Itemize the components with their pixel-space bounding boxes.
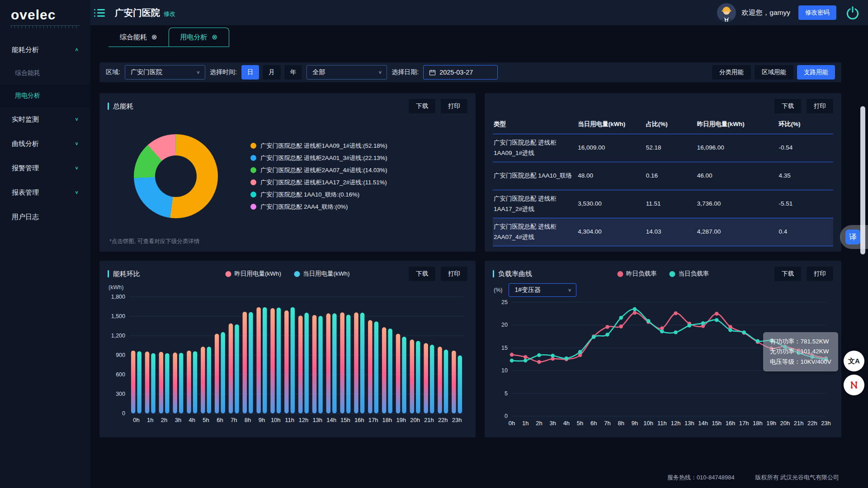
- chevron-down-icon: ∨: [378, 70, 382, 75]
- tabbar: 综合能耗⊗用电分析⊗: [90, 25, 868, 47]
- bar-chart: 03006009001,2001,5001,8000h1h2h3h4h5h6h7…: [108, 291, 467, 425]
- tab-inactive[interactable]: 综合能耗⊗: [108, 28, 169, 47]
- pie-chart[interactable]: [134, 134, 218, 218]
- svg-text:22h: 22h: [438, 417, 448, 423]
- table-cell: -0.54: [779, 143, 833, 153]
- sidebar-item-label: 能耗分析: [12, 46, 39, 54]
- pie-legend-item[interactable]: 广安门医院总配 进线柜2AA01_3#进线:(22.13%): [250, 154, 387, 162]
- sidebar-subitem[interactable]: 用电分析: [0, 84, 90, 107]
- sidebar-item[interactable]: 能耗分析∧: [0, 38, 90, 62]
- change-password-button[interactable]: 修改密码: [798, 5, 836, 20]
- sidebar-item[interactable]: 曲线分析∨: [0, 131, 90, 156]
- n-share-button[interactable]: [844, 375, 864, 395]
- translate-circle-button[interactable]: 文A: [844, 351, 864, 371]
- power-icon[interactable]: [845, 5, 860, 20]
- y-axis-unit: (%): [494, 287, 502, 293]
- legend-label: 广安门医院总配 1AA10_联络:(0.16%): [260, 191, 359, 199]
- time-button-日[interactable]: 日: [241, 65, 259, 80]
- scope-select[interactable]: 全部 ∨: [307, 65, 387, 80]
- mode-button[interactable]: 区域用能: [755, 65, 793, 80]
- site-name: 广安门医院: [115, 7, 160, 19]
- pie-legend-item[interactable]: 广安门医院总配 2AA4_联络:(0%): [250, 203, 387, 211]
- legend-item[interactable]: 昨日负载率: [617, 270, 657, 278]
- sidebar-item[interactable]: 报警管理∨: [0, 156, 90, 180]
- download-button[interactable]: 下载: [774, 99, 801, 113]
- table-row[interactable]: 广安门医院总配 1AA10_联络48.000.1646.004.35: [493, 162, 833, 190]
- time-label: 选择时间:: [210, 68, 237, 76]
- panel-actions: 下载 打印: [409, 99, 467, 113]
- legend-item[interactable]: 当日用电量(kWh): [294, 270, 350, 278]
- mode-button[interactable]: 支路用能: [797, 65, 835, 80]
- svg-text:600: 600: [116, 371, 125, 378]
- table-cell: 14.03: [646, 227, 697, 237]
- line-chart-wrap: 05101520250h1h2h3h4h5h6h7h8h9h10h11h12h1…: [493, 298, 833, 432]
- download-button[interactable]: 下载: [409, 99, 435, 113]
- download-button[interactable]: 下载: [409, 267, 435, 281]
- chevron-down-icon: ∨: [568, 287, 572, 292]
- sidebar-item[interactable]: 实时监测∨: [0, 107, 90, 131]
- table-row[interactable]: 广安门医院总配 进线柜1AA09_1#进线16,009.0052.1816,09…: [493, 134, 833, 162]
- print-button[interactable]: 打印: [441, 267, 467, 281]
- table-header-row: 类型当日用电量(kWh)占比(%)昨日用电量(kWh)环比(%): [493, 115, 833, 134]
- area-select[interactable]: 广安门医院 ∨: [125, 65, 205, 80]
- line-chart-legend: 昨日负载率当日负载率: [617, 270, 709, 278]
- svg-text:12h: 12h: [671, 420, 681, 427]
- sidebar-item[interactable]: 报表管理∨: [0, 180, 90, 205]
- panel-load-line: 负载率曲线 昨日负载率当日负载率 下载 打印 (%) 1#变压器 ∨: [485, 261, 841, 437]
- table-cell: 广安门医院总配 进线柜1AA17_2#进线: [493, 194, 578, 215]
- chevron-down-icon: ∨: [75, 190, 79, 195]
- chart-tooltip: 有功功率：781.52KW无功功率：101.42KW电压等级：10KV/400V: [763, 332, 838, 371]
- svg-text:10h: 10h: [643, 420, 653, 427]
- translate-float-button[interactable]: 译: [840, 225, 868, 249]
- svg-text:21h: 21h: [794, 420, 804, 427]
- table-cell: 广安门医院总配 进线柜2AA07_4#进线: [493, 222, 578, 243]
- svg-text:15: 15: [501, 345, 508, 351]
- menu-toggle-icon[interactable]: [94, 9, 105, 17]
- table-row[interactable]: 广安门医院总配 进线柜1AA17_2#进线3,530.0011.513,736.…: [493, 190, 833, 218]
- time-button-月[interactable]: 月: [263, 65, 281, 80]
- legend-label: 当日用电量(kWh): [303, 270, 350, 278]
- mode-button[interactable]: 分类用能: [712, 65, 751, 80]
- legend-item[interactable]: 昨日用电量(kWh): [226, 270, 282, 278]
- close-icon[interactable]: ⊗: [151, 33, 157, 41]
- table-cell: 0.16: [646, 171, 697, 181]
- pie-legend-item[interactable]: 广安门医院总配 进线柜1AA09_1#进线:(52.18%): [250, 142, 387, 150]
- svg-text:22h: 22h: [807, 420, 817, 427]
- svg-text:8h: 8h: [618, 420, 624, 427]
- legend-label: 广安门医院总配 进线柜2AA07_4#进线:(14.03%): [260, 166, 387, 174]
- tab-active[interactable]: 用电分析⊗: [169, 28, 230, 47]
- sidebar-subitem[interactable]: 综合能耗: [0, 62, 90, 84]
- svg-text:5h: 5h: [577, 420, 583, 427]
- pie-legend-item[interactable]: 广安门医院总配 进线柜2AA07_4#进线:(14.03%): [250, 166, 387, 174]
- table-row[interactable]: 广安门医院总配 进线柜2AA07_4#进线4,304.0014.034,287.…: [493, 218, 833, 246]
- transformer-select-value: 1#变压器: [514, 286, 541, 294]
- svg-text:1h: 1h: [147, 417, 153, 423]
- transformer-select[interactable]: 1#变压器 ∨: [509, 283, 576, 297]
- table-cell: 广安门医院总配 1AA10_联络: [493, 171, 578, 181]
- pie-legend-item[interactable]: 广安门医院总配 1AA10_联络:(0.16%): [250, 191, 387, 199]
- tab-label: 综合能耗: [120, 33, 147, 42]
- print-button[interactable]: 打印: [441, 99, 467, 113]
- svg-text:6h: 6h: [590, 420, 597, 427]
- print-button[interactable]: 打印: [807, 99, 833, 113]
- svg-text:15h: 15h: [712, 420, 722, 427]
- svg-text:16h: 16h: [726, 420, 736, 427]
- panel-energy-table: 下载 打印 类型当日用电量(kWh)占比(%)昨日用电量(kWh)环比(%)广安…: [485, 93, 841, 252]
- download-button[interactable]: 下载: [774, 267, 801, 281]
- area-label: 区域:: [106, 68, 120, 76]
- date-picker[interactable]: 2025-03-27: [423, 65, 498, 80]
- site-edit-link[interactable]: 修改: [164, 10, 175, 18]
- pie-legend-item[interactable]: 广安门医院总配 进线柜1AA17_2#进线:(11.51%): [250, 178, 387, 187]
- close-icon[interactable]: ⊗: [212, 33, 218, 41]
- copyright: 版权所有 武汉光谷电气有限公司: [755, 474, 839, 481]
- table-cell: -5.51: [779, 199, 833, 209]
- sidebar-nav: 能耗分析∧综合能耗用电分析实时监测∨曲线分析∨报警管理∨报表管理∨用户日志: [0, 38, 90, 229]
- time-button-年[interactable]: 年: [284, 65, 302, 80]
- svg-text:13h: 13h: [312, 417, 322, 423]
- date-label: 选择日期:: [392, 68, 419, 76]
- svg-text:0h: 0h: [133, 417, 139, 423]
- legend-item[interactable]: 当日负载率: [670, 270, 709, 278]
- svg-text:0: 0: [505, 413, 508, 419]
- print-button[interactable]: 打印: [807, 267, 833, 281]
- sidebar-item[interactable]: 用户日志: [0, 205, 90, 229]
